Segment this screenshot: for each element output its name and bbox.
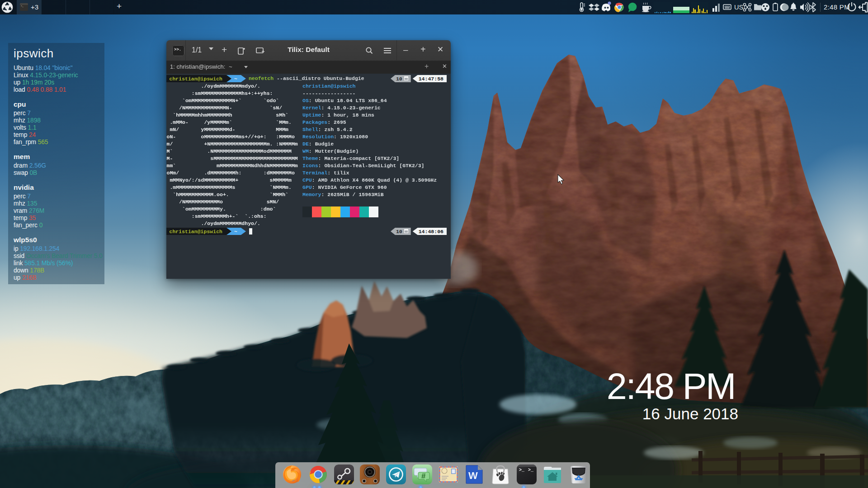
svg-text:W: W (468, 470, 478, 481)
svg-text:>_: >_ (519, 468, 525, 473)
svg-text:US: US (734, 4, 743, 11)
svg-text:>_: >_ (21, 5, 24, 7)
svg-text:#: # (421, 472, 426, 480)
svg-text:>_: >_ (528, 468, 534, 473)
